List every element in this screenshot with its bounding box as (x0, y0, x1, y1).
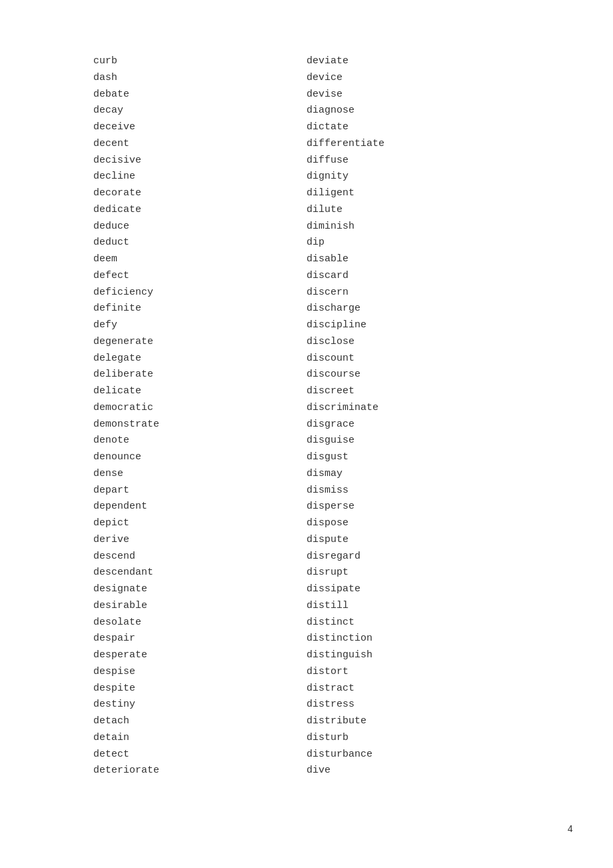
list-item: curb (93, 53, 306, 70)
list-item: destiny (93, 697, 306, 713)
list-item: democratic (93, 400, 306, 417)
list-item: disturb (306, 730, 520, 747)
list-item: derive (93, 532, 306, 549)
list-item: dedicate (93, 202, 306, 219)
list-item: differentiate (306, 136, 520, 153)
list-item: detect (93, 747, 306, 763)
list-item: demonstrate (93, 417, 306, 433)
list-item: disguise (306, 433, 520, 449)
list-item: dense (93, 466, 306, 483)
list-item: discourse (306, 367, 520, 383)
list-item: defect (93, 268, 306, 285)
list-item: discreet (306, 383, 520, 400)
list-item: deem (93, 251, 306, 268)
word-columns: curbdashdebatedecaydeceivedecentdecisive… (93, 53, 520, 779)
list-item: diffuse (306, 153, 520, 169)
list-item: devise (306, 87, 520, 103)
list-item: debate (93, 87, 306, 103)
list-item: decay (93, 103, 306, 119)
list-item: disgrace (306, 417, 520, 433)
list-item: dispose (306, 515, 520, 532)
list-item: discipline (306, 317, 520, 334)
list-item: disturbance (306, 747, 520, 763)
list-item: delegate (93, 351, 306, 367)
list-item: discriminate (306, 400, 520, 417)
list-item: diligent (306, 185, 520, 202)
list-item: disable (306, 251, 520, 268)
list-item: desolate (93, 615, 306, 631)
list-item: deficiency (93, 285, 306, 301)
list-item: distress (306, 697, 520, 713)
list-item: detach (93, 713, 306, 730)
list-item: decent (93, 136, 306, 153)
list-item: deceive (93, 119, 306, 136)
list-item: depict (93, 515, 306, 532)
list-item: despite (93, 681, 306, 697)
list-item: desirable (93, 598, 306, 615)
list-item: dissipate (306, 581, 520, 598)
list-item: dip (306, 235, 520, 251)
list-item: designate (93, 581, 306, 598)
list-item: device (306, 70, 520, 87)
list-item: discount (306, 351, 520, 367)
list-item: denounce (93, 449, 306, 466)
list-item: decisive (93, 153, 306, 169)
list-item: deliberate (93, 367, 306, 383)
right-column: deviatedevicedevisediagnosedictatediffer… (306, 53, 520, 779)
list-item: dilute (306, 202, 520, 219)
list-item: dismay (306, 466, 520, 483)
list-item: deteriorate (93, 763, 306, 779)
list-item: disgust (306, 449, 520, 466)
list-item: diagnose (306, 103, 520, 119)
list-item: dash (93, 70, 306, 87)
list-item: decline (93, 169, 306, 185)
page-container: curbdashdebatedecaydeceivedecentdecisive… (0, 0, 613, 868)
list-item: desperate (93, 647, 306, 664)
list-item: disclose (306, 334, 520, 351)
list-item: disperse (306, 499, 520, 515)
list-item: distribute (306, 713, 520, 730)
list-item: descend (93, 549, 306, 565)
list-item: definite (93, 301, 306, 317)
list-item: dispute (306, 532, 520, 549)
list-item: deduct (93, 235, 306, 251)
left-column: curbdashdebatedecaydeceivedecentdecisive… (93, 53, 306, 779)
list-item: deviate (306, 53, 520, 70)
list-item: discern (306, 285, 520, 301)
list-item: despise (93, 664, 306, 681)
list-item: dependent (93, 499, 306, 515)
list-item: descendant (93, 565, 306, 581)
list-item: dignity (306, 169, 520, 185)
page-number: 4 (568, 824, 573, 835)
list-item: deduce (93, 219, 306, 235)
list-item: delicate (93, 383, 306, 400)
list-item: denote (93, 433, 306, 449)
list-item: distort (306, 664, 520, 681)
list-item: distinct (306, 615, 520, 631)
list-item: dive (306, 763, 520, 779)
list-item: disregard (306, 549, 520, 565)
list-item: diminish (306, 219, 520, 235)
list-item: distinguish (306, 647, 520, 664)
list-item: disrupt (306, 565, 520, 581)
list-item: dictate (306, 119, 520, 136)
list-item: degenerate (93, 334, 306, 351)
list-item: dismiss (306, 483, 520, 499)
list-item: depart (93, 483, 306, 499)
list-item: decorate (93, 185, 306, 202)
list-item: despair (93, 631, 306, 647)
list-item: defy (93, 317, 306, 334)
list-item: discard (306, 268, 520, 285)
list-item: distract (306, 681, 520, 697)
list-item: distill (306, 598, 520, 615)
list-item: detain (93, 730, 306, 747)
list-item: discharge (306, 301, 520, 317)
list-item: distinction (306, 631, 520, 647)
